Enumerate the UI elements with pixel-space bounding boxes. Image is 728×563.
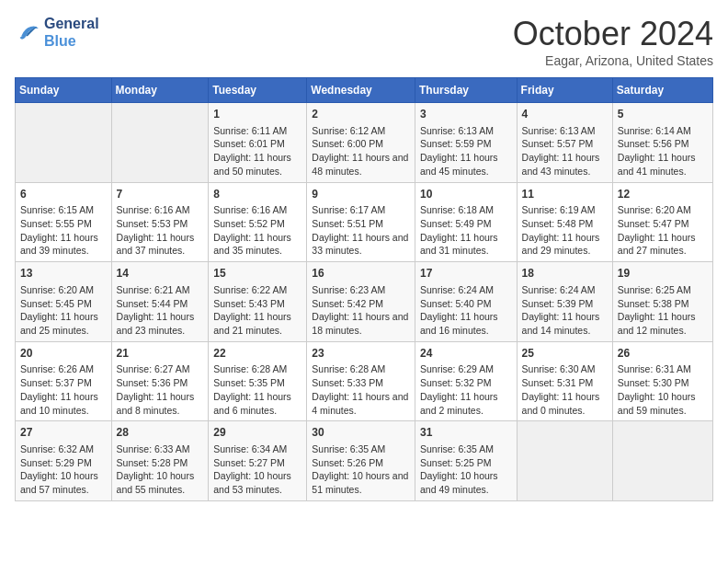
- day-number: 15: [213, 266, 301, 282]
- day-info: Sunrise: 6:32 AMSunset: 5:29 PMDaylight:…: [20, 442, 107, 497]
- calendar-day-cell: 4Sunrise: 6:13 AMSunset: 5:57 PMDaylight…: [517, 103, 612, 183]
- day-info: Sunrise: 6:31 AMSunset: 5:30 PMDaylight:…: [618, 362, 708, 417]
- calendar-day-cell: 24Sunrise: 6:29 AMSunset: 5:32 PMDayligh…: [415, 341, 517, 421]
- day-number: 16: [312, 266, 410, 282]
- calendar-day-cell: 23Sunrise: 6:28 AMSunset: 5:33 PMDayligh…: [307, 341, 415, 421]
- calendar-day-cell: [16, 103, 112, 183]
- logo-text: General Blue: [44, 15, 99, 50]
- weekday-header: Wednesday: [307, 78, 415, 103]
- calendar-day-cell: [111, 103, 209, 183]
- logo: General Blue: [15, 15, 99, 50]
- day-number: 20: [20, 346, 107, 362]
- weekday-header: Monday: [111, 78, 209, 103]
- day-number: 2: [312, 107, 410, 122]
- day-number: 11: [522, 187, 608, 202]
- page-header: General Blue October 2024 Eagar, Arizona…: [15, 15, 713, 68]
- day-number: 3: [420, 107, 512, 122]
- calendar-day-cell: 25Sunrise: 6:30 AMSunset: 5:31 PMDayligh…: [517, 341, 612, 421]
- calendar-day-cell: 30Sunrise: 6:35 AMSunset: 5:26 PMDayligh…: [307, 421, 415, 501]
- day-number: 29: [213, 425, 301, 441]
- location: Eagar, Arizona, United States: [513, 53, 713, 68]
- calendar-day-cell: 28Sunrise: 6:33 AMSunset: 5:28 PMDayligh…: [111, 421, 209, 501]
- weekday-header: Tuesday: [209, 78, 307, 103]
- calendar-day-cell: 31Sunrise: 6:35 AMSunset: 5:25 PMDayligh…: [415, 421, 517, 501]
- day-number: 19: [618, 266, 708, 282]
- calendar-day-cell: 7Sunrise: 6:16 AMSunset: 5:53 PMDaylight…: [111, 182, 209, 262]
- day-info: Sunrise: 6:24 AMSunset: 5:40 PMDaylight:…: [420, 283, 512, 338]
- weekday-header: Friday: [517, 78, 612, 103]
- calendar-day-cell: 20Sunrise: 6:26 AMSunset: 5:37 PMDayligh…: [16, 341, 112, 421]
- day-info: Sunrise: 6:28 AMSunset: 5:35 PMDaylight:…: [213, 362, 301, 417]
- calendar-week-row: 1Sunrise: 6:11 AMSunset: 6:01 PMDaylight…: [16, 103, 713, 183]
- day-info: Sunrise: 6:22 AMSunset: 5:43 PMDaylight:…: [213, 283, 301, 338]
- calendar-day-cell: 11Sunrise: 6:19 AMSunset: 5:48 PMDayligh…: [517, 182, 612, 262]
- calendar-day-cell: 26Sunrise: 6:31 AMSunset: 5:30 PMDayligh…: [612, 341, 712, 421]
- day-info: Sunrise: 6:26 AMSunset: 5:37 PMDaylight:…: [20, 362, 107, 417]
- day-number: 30: [312, 425, 410, 441]
- calendar-day-cell: 13Sunrise: 6:20 AMSunset: 5:45 PMDayligh…: [16, 262, 112, 342]
- day-number: 7: [117, 187, 204, 202]
- day-info: Sunrise: 6:14 AMSunset: 5:56 PMDaylight:…: [618, 124, 708, 178]
- calendar-week-row: 6Sunrise: 6:15 AMSunset: 5:55 PMDaylight…: [16, 182, 713, 262]
- calendar-day-cell: 15Sunrise: 6:22 AMSunset: 5:43 PMDayligh…: [209, 262, 307, 342]
- day-number: 6: [20, 187, 107, 202]
- weekday-header: Saturday: [612, 78, 712, 103]
- calendar-day-cell: 8Sunrise: 6:16 AMSunset: 5:52 PMDaylight…: [209, 182, 307, 262]
- day-info: Sunrise: 6:20 AMSunset: 5:45 PMDaylight:…: [20, 283, 107, 338]
- day-info: Sunrise: 6:20 AMSunset: 5:47 PMDaylight:…: [618, 203, 708, 258]
- day-number: 22: [213, 346, 301, 362]
- day-number: 13: [20, 266, 107, 282]
- day-number: 17: [420, 266, 512, 282]
- calendar-day-cell: 5Sunrise: 6:14 AMSunset: 5:56 PMDaylight…: [612, 103, 712, 183]
- calendar-day-cell: [517, 421, 612, 501]
- calendar-day-cell: 18Sunrise: 6:24 AMSunset: 5:39 PMDayligh…: [517, 262, 612, 342]
- month-title: October 2024: [513, 15, 713, 53]
- day-number: 31: [420, 425, 512, 441]
- calendar-day-cell: 2Sunrise: 6:12 AMSunset: 6:00 PMDaylight…: [307, 103, 415, 183]
- weekday-row: SundayMondayTuesdayWednesdayThursdayFrid…: [16, 78, 713, 103]
- weekday-header: Sunday: [16, 78, 112, 103]
- calendar-week-row: 20Sunrise: 6:26 AMSunset: 5:37 PMDayligh…: [16, 341, 713, 421]
- day-number: 26: [618, 346, 708, 362]
- calendar-week-row: 13Sunrise: 6:20 AMSunset: 5:45 PMDayligh…: [16, 262, 713, 342]
- day-number: 1: [213, 107, 301, 122]
- day-info: Sunrise: 6:27 AMSunset: 5:36 PMDaylight:…: [117, 362, 204, 417]
- calendar-day-cell: 6Sunrise: 6:15 AMSunset: 5:55 PMDaylight…: [16, 182, 112, 262]
- day-number: 12: [618, 187, 708, 202]
- calendar-week-row: 27Sunrise: 6:32 AMSunset: 5:29 PMDayligh…: [16, 421, 713, 501]
- calendar-day-cell: [612, 421, 712, 501]
- day-number: 24: [420, 346, 512, 362]
- day-info: Sunrise: 6:11 AMSunset: 6:01 PMDaylight:…: [213, 124, 301, 178]
- calendar-body: 1Sunrise: 6:11 AMSunset: 6:01 PMDaylight…: [16, 103, 713, 501]
- day-info: Sunrise: 6:13 AMSunset: 5:57 PMDaylight:…: [522, 124, 608, 178]
- day-number: 9: [312, 187, 410, 202]
- calendar-day-cell: 10Sunrise: 6:18 AMSunset: 5:49 PMDayligh…: [415, 182, 517, 262]
- day-info: Sunrise: 6:30 AMSunset: 5:31 PMDaylight:…: [522, 362, 608, 417]
- day-info: Sunrise: 6:35 AMSunset: 5:26 PMDaylight:…: [312, 442, 410, 497]
- day-number: 4: [522, 107, 608, 122]
- calendar-day-cell: 14Sunrise: 6:21 AMSunset: 5:44 PMDayligh…: [111, 262, 209, 342]
- day-info: Sunrise: 6:16 AMSunset: 5:53 PMDaylight:…: [117, 203, 204, 258]
- day-info: Sunrise: 6:12 AMSunset: 6:00 PMDaylight:…: [312, 124, 410, 178]
- calendar-day-cell: 12Sunrise: 6:20 AMSunset: 5:47 PMDayligh…: [612, 182, 712, 262]
- day-info: Sunrise: 6:25 AMSunset: 5:38 PMDaylight:…: [618, 283, 708, 338]
- day-number: 23: [312, 346, 410, 362]
- day-number: 8: [213, 187, 301, 202]
- calendar-day-cell: 3Sunrise: 6:13 AMSunset: 5:59 PMDaylight…: [415, 103, 517, 183]
- weekday-header: Thursday: [415, 78, 517, 103]
- day-number: 10: [420, 187, 512, 202]
- calendar-day-cell: 21Sunrise: 6:27 AMSunset: 5:36 PMDayligh…: [111, 341, 209, 421]
- day-number: 21: [117, 346, 204, 362]
- day-number: 5: [618, 107, 708, 122]
- day-info: Sunrise: 6:13 AMSunset: 5:59 PMDaylight:…: [420, 124, 512, 178]
- title-block: October 2024 Eagar, Arizona, United Stat…: [513, 15, 713, 68]
- calendar-day-cell: 9Sunrise: 6:17 AMSunset: 5:51 PMDaylight…: [307, 182, 415, 262]
- day-info: Sunrise: 6:19 AMSunset: 5:48 PMDaylight:…: [522, 203, 608, 258]
- day-number: 27: [20, 425, 107, 441]
- day-info: Sunrise: 6:15 AMSunset: 5:55 PMDaylight:…: [20, 203, 107, 258]
- day-info: Sunrise: 6:33 AMSunset: 5:28 PMDaylight:…: [117, 442, 204, 497]
- day-number: 18: [522, 266, 608, 282]
- calendar-day-cell: 19Sunrise: 6:25 AMSunset: 5:38 PMDayligh…: [612, 262, 712, 342]
- calendar-day-cell: 29Sunrise: 6:34 AMSunset: 5:27 PMDayligh…: [209, 421, 307, 501]
- day-info: Sunrise: 6:21 AMSunset: 5:44 PMDaylight:…: [117, 283, 204, 338]
